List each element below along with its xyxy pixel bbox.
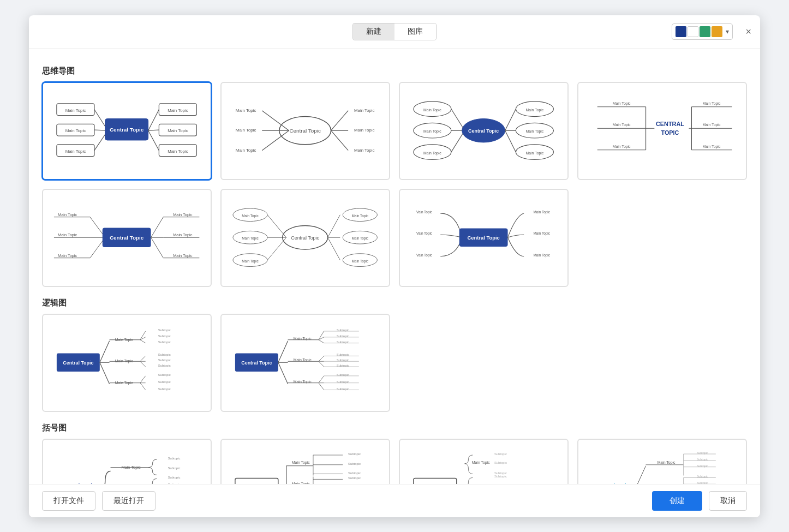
- footer-right: 创建 取消: [652, 491, 747, 511]
- template-bk2[interactable]: Central Topic Main Topic Main Topic Main…: [220, 439, 390, 484]
- tab-new[interactable]: 新建: [353, 23, 394, 40]
- svg-text:Main Topic: Main Topic: [236, 128, 256, 133]
- svg-text:Main Topic: Main Topic: [703, 123, 721, 128]
- svg-text:Vain Topic: Vain Topic: [416, 232, 433, 236]
- svg-text:Subtopic: Subtopic: [158, 373, 171, 376]
- svg-text:Main Topic: Main Topic: [58, 233, 77, 238]
- template-mm6[interactable]: Main Topic Main Topic Main Topic Central…: [220, 189, 390, 287]
- svg-text:Main Topic: Main Topic: [168, 149, 188, 154]
- svg-text:Main Topic: Main Topic: [292, 482, 310, 484]
- section-title-mindmap: 思维导图: [42, 66, 747, 76]
- close-button[interactable]: ×: [745, 26, 751, 37]
- svg-text:Main Topic: Main Topic: [534, 210, 551, 214]
- svg-text:Subtopic: Subtopic: [168, 476, 181, 480]
- svg-line-175: [319, 356, 324, 362]
- svg-text:Central Topic: Central Topic: [599, 483, 629, 483]
- color-picker[interactable]: ▾: [672, 23, 733, 40]
- svg-text:Central Topic: Central Topic: [110, 127, 144, 133]
- svg-text:Subtopic: Subtopic: [158, 340, 171, 344]
- svg-text:Vain Topic: Vain Topic: [416, 210, 433, 214]
- svg-text:Main Topic: Main Topic: [534, 253, 551, 258]
- svg-text:Main Topic: Main Topic: [65, 108, 86, 113]
- svg-text:Central Topic: Central Topic: [290, 128, 321, 134]
- svg-line-28: [331, 111, 349, 131]
- svg-text:Subtopic: Subtopic: [158, 354, 171, 357]
- svg-line-177: [319, 362, 324, 367]
- template-mm7[interactable]: Vain Topic Vain Topic Vain Topic Central…: [399, 189, 569, 287]
- svg-line-184: [319, 376, 324, 383]
- svg-line-30: [331, 130, 349, 151]
- svg-text:Subtopic: Subtopic: [494, 452, 507, 456]
- color-swatch-1: [676, 26, 686, 37]
- tab-group[interactable]: 新建 图库: [352, 23, 437, 40]
- template-lg1[interactable]: Central Topic Main Topic Main Topic Main…: [42, 314, 212, 412]
- svg-text:Main Topic: Main Topic: [423, 108, 441, 112]
- template-mm5[interactable]: Main Topic Main Topic Main Topic Central…: [42, 189, 212, 287]
- svg-text:Main Topic: Main Topic: [352, 214, 369, 218]
- section-title-bracket: 括号图: [42, 423, 747, 433]
- svg-text:Subtopic: Subtopic: [348, 462, 361, 465]
- svg-text:Subtopic: Subtopic: [168, 483, 181, 484]
- svg-text:Main Topic: Main Topic: [242, 236, 259, 241]
- template-bk1[interactable]: Central Topic Main Topic Main Topic Main…: [42, 439, 212, 484]
- svg-text:Main Topic: Main Topic: [294, 380, 312, 384]
- svg-text:Main Topic: Main Topic: [423, 151, 441, 156]
- logic-placeholder-1: [399, 314, 569, 412]
- template-lg2[interactable]: Central Topic Main Topic Main Topic Main…: [220, 314, 390, 412]
- recent-open-button[interactable]: 最近打开: [102, 491, 156, 511]
- svg-text:Main Topic: Main Topic: [657, 461, 676, 465]
- template-mm4[interactable]: Main Topic Main Topic Main Topic CENTRAL…: [577, 82, 747, 180]
- svg-text:Main Topic: Main Topic: [242, 214, 259, 218]
- main-dialog: 新建 图库 ▾ × 思维导图 Main Topic Mai: [29, 15, 760, 517]
- svg-text:Central Topic: Central Topic: [242, 360, 272, 366]
- svg-text:Subtopic: Subtopic: [168, 467, 181, 470]
- open-file-button[interactable]: 打开文件: [42, 491, 95, 511]
- svg-line-19: [148, 130, 159, 151]
- svg-text:Subtopic: Subtopic: [158, 380, 171, 384]
- svg-text:TOPIC: TOPIC: [661, 129, 679, 136]
- svg-text:Subtopic: Subtopic: [168, 457, 181, 460]
- svg-text:Main Topic: Main Topic: [354, 128, 375, 133]
- svg-text:Main Topic: Main Topic: [703, 145, 721, 149]
- svg-line-139: [140, 362, 146, 367]
- mindmap-grid: Main Topic Main Topic Main Topic Central…: [42, 82, 747, 287]
- svg-line-122: [100, 341, 110, 362]
- tab-gallery[interactable]: 图库: [394, 23, 436, 40]
- svg-text:Main Topic: Main Topic: [174, 212, 193, 217]
- svg-line-103: [328, 215, 340, 237]
- svg-text:Main Topic: Main Topic: [168, 108, 188, 113]
- svg-text:Main Topic: Main Topic: [703, 101, 721, 106]
- cancel-button[interactable]: 取消: [709, 491, 747, 511]
- svg-text:Subtopic: Subtopic: [348, 477, 361, 480]
- svg-text:Main Topic: Main Topic: [236, 148, 256, 153]
- color-swatch-4: [712, 26, 722, 37]
- svg-text:Main Topic: Main Topic: [472, 461, 490, 465]
- svg-line-85: [151, 237, 164, 258]
- svg-line-18: [148, 130, 159, 131]
- svg-text:Main Topic: Main Topic: [122, 465, 141, 470]
- template-mm3[interactable]: Main Topic Main Topic Main Topic Central…: [399, 82, 569, 180]
- dialog-header: 新建 图库 ▾ ×: [29, 15, 760, 49]
- template-placeholder: [577, 189, 747, 287]
- template-mm1[interactable]: Main Topic Main Topic Main Topic Central…: [42, 82, 212, 180]
- template-bk4[interactable]: Central Topic Main Topic Main Topic Main…: [577, 439, 747, 484]
- template-mm2[interactable]: Main Topic Main Topic Main Topic Central…: [220, 82, 390, 180]
- section-title-logic: 逻辑图: [42, 298, 747, 308]
- svg-line-249: [635, 466, 646, 483]
- svg-text:Subtopic: Subtopic: [697, 482, 708, 484]
- template-bk3[interactable]: Central Topic Main Topic Subtopic Subtop…: [399, 439, 569, 484]
- color-swatch-3: [700, 26, 710, 37]
- svg-text:Subtopic: Subtopic: [158, 328, 171, 332]
- svg-line-133: [140, 340, 146, 343]
- svg-text:Main Topic: Main Topic: [352, 236, 369, 241]
- svg-text:Subtopic: Subtopic: [158, 364, 171, 367]
- logic-grid: Central Topic Main Topic Main Topic Main…: [42, 314, 747, 412]
- svg-text:Main Topic: Main Topic: [242, 259, 259, 264]
- svg-line-137: [140, 356, 146, 362]
- svg-text:Main Topic: Main Topic: [168, 128, 188, 133]
- svg-text:Main Topic: Main Topic: [236, 108, 256, 113]
- create-button[interactable]: 创建: [652, 491, 702, 511]
- svg-text:Subtopic: Subtopic: [348, 471, 361, 475]
- svg-text:Main Topic: Main Topic: [613, 101, 631, 106]
- svg-text:Subtopic: Subtopic: [158, 387, 171, 391]
